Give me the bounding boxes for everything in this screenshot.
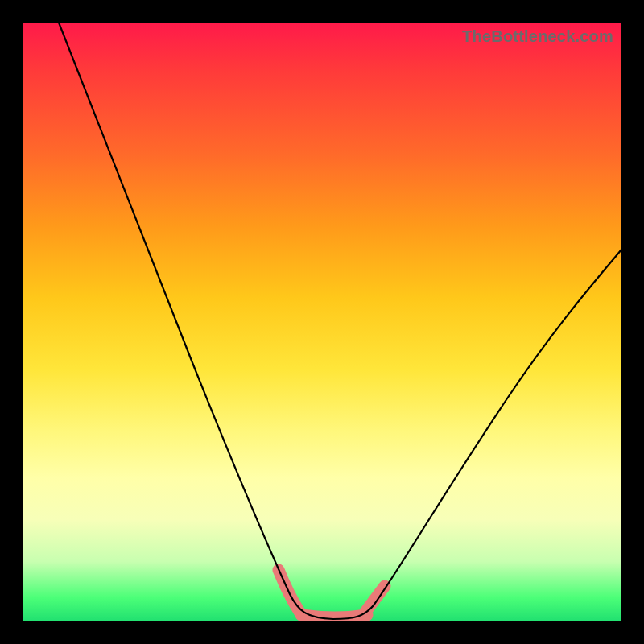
curve-layer	[23, 23, 621, 621]
main-curve	[59, 23, 621, 619]
plot-area: TheBottleneck.com	[23, 23, 621, 621]
chart-frame: TheBottleneck.com	[0, 0, 644, 644]
highlight-right	[365, 586, 385, 612]
